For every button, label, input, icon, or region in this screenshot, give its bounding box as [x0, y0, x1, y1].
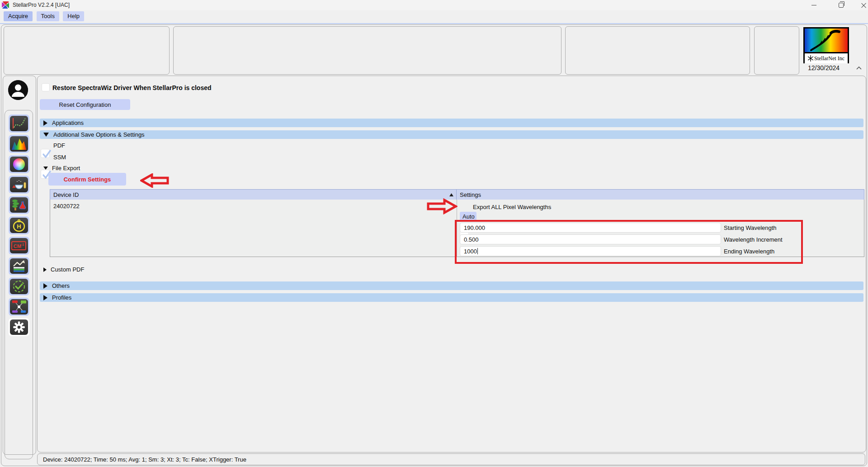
- column-header-device-id[interactable]: Device ID: [50, 189, 457, 200]
- logo-star-icon: [808, 55, 813, 62]
- network-map-icon: [10, 299, 28, 315]
- spectrum-peaks-icon: [10, 136, 28, 152]
- top-panel-1: [4, 26, 170, 75]
- menu-tools[interactable]: Tools: [37, 11, 59, 21]
- ssm-label: SSM: [53, 154, 66, 161]
- menu-help[interactable]: Help: [63, 11, 84, 21]
- cm-exponent: -1: [21, 243, 24, 246]
- close-icon: [861, 3, 866, 8]
- sidebar-item-settings[interactable]: [9, 318, 29, 336]
- pdf-label: PDF: [53, 142, 65, 149]
- collapse-chevron-icon[interactable]: [856, 66, 862, 70]
- title-bar: StellarPro V2.2.4 [UAC]: [0, 0, 868, 10]
- section-applications-label: Applications: [52, 119, 84, 126]
- status-text: Device: 24020722; Time: 50 ms; Avg: 1; S…: [43, 456, 246, 463]
- sidebar-item-trend[interactable]: [9, 257, 29, 275]
- color-wheel-icon: [10, 157, 28, 172]
- custom-pdf-expander[interactable]: Custom PDF: [43, 266, 84, 273]
- expander-collapsed-icon: [43, 267, 47, 272]
- restore-button[interactable]: [832, 0, 850, 10]
- sidebar-item-wavenumber[interactable]: CM-1: [9, 237, 29, 255]
- hydrogen-gauge-icon: H: [10, 218, 28, 233]
- restore-icon: [839, 3, 844, 8]
- top-panel-4: [754, 26, 799, 75]
- menu-bar: Acquire Tools Help: [0, 11, 868, 24]
- app-pinwheel-icon: [2, 1, 9, 9]
- stellarnet-logo: StellarNet Inc: [803, 27, 849, 63]
- settings-gear-icon: [10, 319, 28, 335]
- sidebar-item-spectrum-peaks[interactable]: [9, 135, 29, 153]
- logo-text: StellarNet Inc: [814, 55, 844, 62]
- custom-pdf-label: Custom PDF: [51, 266, 84, 273]
- wavenumber-icon: CM-1: [10, 238, 28, 253]
- check-circle-icon: [10, 279, 28, 294]
- chart-trend-icon: [10, 258, 28, 274]
- close-button[interactable]: [854, 0, 868, 10]
- expander-collapsed-icon: [43, 283, 47, 289]
- section-profiles[interactable]: Profiles: [40, 293, 863, 302]
- date-display: 12/30/2024: [801, 64, 846, 71]
- sort-ascending-icon: [449, 193, 453, 196]
- sidebar-item-hydrogen[interactable]: H: [9, 216, 29, 234]
- top-panel-3: [565, 26, 750, 75]
- sidebar-icon-rail: H CM-1: [5, 110, 33, 459]
- pdf-checkbox[interactable]: [41, 149, 50, 158]
- window-title: StellarPro V2.2.4 [UAC]: [13, 2, 70, 8]
- restore-driver-checkbox[interactable]: [42, 83, 50, 91]
- user-avatar[interactable]: [8, 80, 28, 100]
- device-id-header-label: Device ID: [53, 191, 79, 198]
- sidebar-item-topology[interactable]: [9, 298, 29, 316]
- annotation-arrow-left: [140, 173, 170, 188]
- expander-collapsed-icon: [43, 295, 47, 300]
- sidebar-item-spectra[interactable]: [9, 114, 29, 133]
- column-header-settings[interactable]: Settings: [457, 189, 864, 200]
- export-all-pixel-label: Export ALL Pixel Wavelengths: [473, 204, 551, 210]
- confirm-settings-button[interactable]: Confirm Settings: [48, 173, 126, 186]
- section-others-label: Others: [52, 282, 70, 289]
- sample-bowl-icon: [10, 177, 28, 192]
- check-icon: [41, 148, 52, 159]
- sidebar-item-sample-analysis[interactable]: [9, 176, 29, 194]
- sidebar-item-colorimetry[interactable]: [9, 155, 29, 173]
- top-panel-2: [173, 26, 561, 75]
- section-additional-save-label: Additional Save Options & Settings: [53, 131, 145, 138]
- minimize-button[interactable]: [805, 0, 823, 10]
- reset-configuration-button[interactable]: Reset Configuration: [40, 99, 130, 110]
- expander-expanded-icon: [43, 133, 49, 137]
- logo-rainbow-gradient: [805, 29, 848, 52]
- device-id-cell[interactable]: 24020722: [53, 203, 80, 210]
- annotation-arrow-right: [426, 198, 458, 214]
- section-others[interactable]: Others: [40, 281, 863, 290]
- section-applications[interactable]: Applications: [40, 119, 863, 127]
- plant-flask-icon: [10, 197, 28, 213]
- menu-acquire[interactable]: Acquire: [4, 11, 33, 21]
- section-additional-save[interactable]: Additional Save Options & Settings: [40, 130, 863, 139]
- expander-expanded-icon: [43, 167, 48, 170]
- section-profiles-label: Profiles: [52, 294, 71, 301]
- spectra-line-icon: [10, 116, 28, 131]
- expander-collapsed-icon: [43, 120, 47, 126]
- status-bar: Device: 24020722; Time: 50 ms; Avg: 1; S…: [37, 453, 865, 465]
- cm-label: CM: [14, 243, 21, 248]
- annotation-red-rectangle: [455, 220, 803, 264]
- hydrogen-label: H: [17, 223, 21, 230]
- sidebar-item-chemistry[interactable]: [9, 196, 29, 214]
- restore-driver-label: Restore SpectraWiz Driver When StellarPr…: [52, 84, 212, 91]
- file-export-expander[interactable]: File Export: [43, 165, 80, 172]
- file-export-label: File Export: [52, 165, 80, 172]
- sidebar-item-validation[interactable]: [9, 277, 29, 295]
- settings-header-label: Settings: [460, 191, 481, 198]
- minimize-icon: [811, 5, 816, 5]
- auto-button[interactable]: Auto: [460, 212, 476, 221]
